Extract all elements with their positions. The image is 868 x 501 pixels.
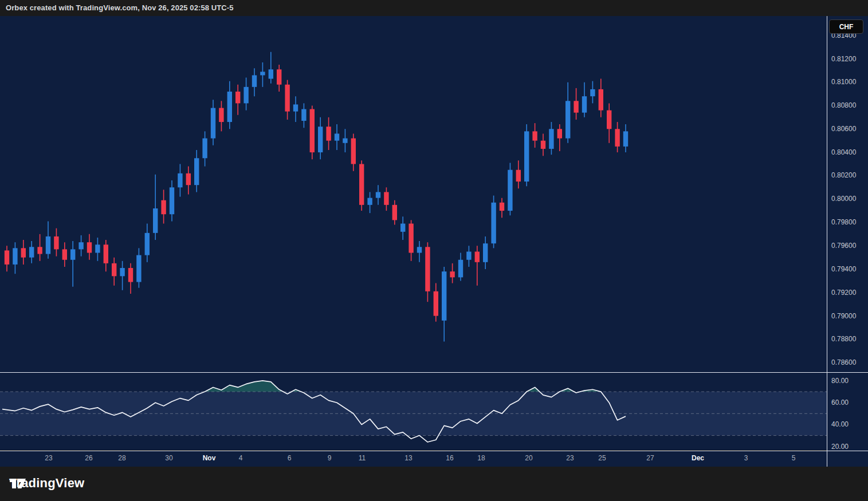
candle bbox=[170, 180, 174, 221]
price-axis-label: 0.79000 bbox=[831, 312, 856, 320]
candle bbox=[376, 185, 380, 205]
currency-badge[interactable]: CHF bbox=[829, 19, 863, 34]
candle bbox=[450, 263, 454, 283]
candle bbox=[5, 246, 9, 271]
price-pane[interactable] bbox=[0, 16, 827, 372]
candle bbox=[128, 263, 133, 294]
candle bbox=[260, 62, 265, 87]
price-axis-label: 0.81200 bbox=[831, 55, 856, 63]
candle bbox=[475, 246, 480, 285]
price-axis-label: 40.00 bbox=[831, 420, 849, 428]
candle bbox=[425, 242, 430, 302]
candle bbox=[524, 124, 529, 186]
candle bbox=[269, 52, 273, 84]
price-axis-label: 80.00 bbox=[831, 377, 849, 385]
time-axis[interactable]: 23262830Nov4691113161820232527Dec35 bbox=[0, 451, 827, 467]
candle bbox=[219, 101, 223, 131]
price-axis-label: 0.79400 bbox=[831, 265, 856, 273]
candle bbox=[285, 80, 289, 120]
time-axis-label: 3 bbox=[744, 454, 748, 462]
candle bbox=[582, 82, 587, 117]
candle bbox=[37, 234, 42, 261]
time-axis-label: Dec bbox=[692, 454, 704, 462]
candlestick-chart[interactable] bbox=[0, 16, 827, 372]
time-axis-label: 30 bbox=[165, 454, 172, 462]
candle bbox=[417, 241, 422, 262]
candle bbox=[120, 261, 124, 290]
candle bbox=[549, 122, 553, 155]
candle bbox=[252, 68, 257, 96]
time-axis-label: 9 bbox=[328, 454, 332, 462]
price-axis-label: 0.79800 bbox=[831, 218, 856, 226]
price-axis-label: 0.80200 bbox=[831, 171, 856, 179]
time-axis-label: 23 bbox=[45, 454, 52, 462]
candle bbox=[13, 242, 17, 274]
candle bbox=[392, 200, 397, 225]
candle bbox=[78, 235, 83, 257]
candle bbox=[508, 163, 512, 215]
time-axis-label: 18 bbox=[477, 454, 485, 462]
time-axis-label: 27 bbox=[646, 454, 654, 462]
tradingview-logo-icon bbox=[9, 476, 26, 491]
rsi-indicator[interactable] bbox=[0, 373, 827, 450]
candle bbox=[483, 236, 488, 269]
rsi-pane[interactable] bbox=[0, 373, 827, 450]
pane-separator-bottom[interactable] bbox=[0, 451, 868, 451]
candle bbox=[318, 117, 323, 159]
candle bbox=[112, 258, 116, 286]
candle bbox=[153, 175, 158, 240]
price-axis-label: 0.81000 bbox=[831, 78, 856, 86]
axis-separator bbox=[827, 16, 827, 467]
candle bbox=[359, 160, 364, 211]
price-axis[interactable]: CHF 0.814000.812000.810000.808000.806000… bbox=[827, 16, 868, 467]
candle bbox=[293, 96, 298, 122]
candle bbox=[458, 253, 463, 281]
candle bbox=[186, 167, 191, 195]
candle bbox=[599, 79, 603, 117]
candle bbox=[466, 246, 471, 267]
price-axis-label: 0.80800 bbox=[831, 101, 856, 109]
candle bbox=[310, 105, 315, 159]
price-axis-label: 0.80400 bbox=[831, 148, 856, 156]
candle bbox=[104, 240, 108, 271]
candle bbox=[557, 124, 562, 151]
candle bbox=[400, 216, 405, 240]
price-axis-label: 0.80600 bbox=[831, 125, 856, 133]
price-axis-label: 60.00 bbox=[831, 399, 849, 407]
time-axis-label: 5 bbox=[792, 454, 796, 462]
candle bbox=[202, 131, 207, 166]
time-axis-label: 13 bbox=[404, 454, 412, 462]
price-axis-label: 0.80000 bbox=[831, 195, 856, 203]
tradingview-chart-window: Orbex created with TradingView.com, Nov … bbox=[0, 0, 868, 501]
candle bbox=[516, 160, 521, 188]
candle bbox=[194, 150, 199, 192]
candle bbox=[335, 124, 339, 150]
candle bbox=[574, 88, 578, 120]
candle bbox=[87, 234, 92, 260]
candle bbox=[434, 283, 438, 322]
title-bar: Orbex created with TradingView.com, Nov … bbox=[0, 0, 868, 16]
tradingview-logo[interactable]: TradingView bbox=[9, 476, 84, 491]
candle bbox=[243, 78, 248, 111]
candle bbox=[565, 82, 570, 143]
time-axis-label: Nov bbox=[203, 454, 216, 462]
candle bbox=[351, 133, 356, 171]
candle bbox=[615, 122, 619, 152]
candle bbox=[590, 81, 595, 104]
price-axis-label: 0.78800 bbox=[831, 335, 856, 343]
time-axis-label: 25 bbox=[598, 454, 606, 462]
chart-title: Orbex created with TradingView.com, Nov … bbox=[6, 3, 234, 12]
candle bbox=[161, 190, 166, 223]
candle bbox=[178, 164, 182, 196]
candle bbox=[367, 192, 372, 213]
time-axis-label: 23 bbox=[566, 454, 574, 462]
candle bbox=[301, 103, 306, 128]
time-axis-label: 16 bbox=[446, 454, 453, 462]
candle bbox=[211, 100, 215, 145]
candle bbox=[409, 220, 413, 261]
candle bbox=[29, 241, 34, 263]
candle bbox=[384, 187, 388, 211]
candle bbox=[607, 103, 611, 143]
pane-separator-top[interactable] bbox=[0, 372, 868, 373]
candle bbox=[500, 198, 504, 218]
